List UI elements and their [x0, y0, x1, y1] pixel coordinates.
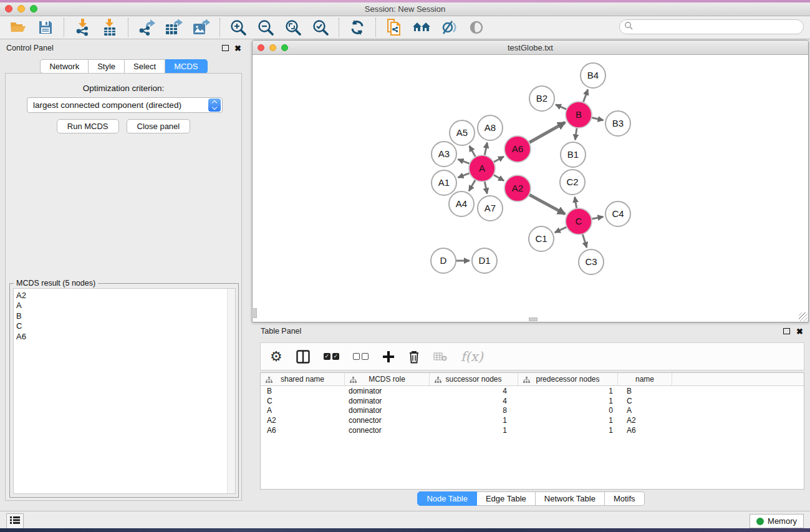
edge-C-C1[interactable] [555, 226, 567, 232]
home-button[interactable] [411, 18, 432, 37]
column-header-predecessor-nodes[interactable]: predecessor nodes [518, 373, 618, 385]
network-graph[interactable]: B4B2BB3A5A8A6A3B1AA1C2A2A4A7C4CC1C3DD1 [253, 56, 808, 322]
result-list-item[interactable]: C [14, 321, 235, 331]
tab-edge-table[interactable]: Edge Table [477, 491, 536, 506]
node-B4[interactable]: B4 [581, 63, 605, 88]
edge-A-A5[interactable] [470, 146, 476, 158]
export-table-button[interactable] [163, 18, 185, 37]
edge-C-C4[interactable] [591, 216, 604, 219]
edge-B-B4[interactable] [583, 90, 588, 104]
node-C4[interactable]: C4 [605, 201, 630, 226]
edge-A-A7[interactable] [485, 181, 487, 194]
deselect-all-checkboxes-icon[interactable] [353, 353, 369, 360]
tab-network[interactable]: Network [40, 59, 89, 74]
window-resize-grip[interactable] [799, 312, 808, 321]
optimization-criterion-dropdown[interactable]: largest connected component (directed) [27, 97, 223, 113]
network-zoom-button[interactable] [281, 44, 288, 51]
table-panel-float-icon[interactable] [783, 328, 790, 334]
network-close-button[interactable] [258, 44, 264, 51]
node-A6[interactable]: A6 [504, 136, 531, 162]
import-network-button[interactable] [72, 18, 93, 37]
node-B[interactable]: B [566, 102, 592, 128]
node-D1[interactable]: D1 [472, 248, 497, 273]
search-field[interactable] [619, 19, 804, 34]
tab-motifs[interactable]: Motifs [605, 491, 645, 506]
node-B3[interactable]: B3 [605, 111, 630, 136]
table-row[interactable]: Bdominator41B [261, 386, 804, 396]
column-header-shared-name[interactable]: shared name [261, 373, 345, 385]
table-panel-close-icon[interactable]: ✖ [796, 327, 803, 336]
hide-details-button[interactable] [438, 18, 460, 37]
edge-A-A4[interactable] [469, 179, 476, 191]
table-row[interactable]: A2connector11A2 [261, 415, 804, 425]
node-A3[interactable]: A3 [432, 142, 456, 167]
node-C[interactable]: C [566, 208, 592, 235]
node-A7[interactable]: A7 [478, 196, 503, 221]
column-header-successor-nodes[interactable]: successor nodes [430, 373, 518, 385]
node-A[interactable]: A [469, 155, 495, 181]
select-all-checkboxes-icon[interactable]: ✓✓ [324, 353, 339, 360]
node-A8[interactable]: A8 [478, 115, 503, 140]
column-layout-icon[interactable] [296, 350, 310, 364]
column-header-name[interactable]: name [618, 373, 672, 385]
tab-node-table[interactable]: Node Table [417, 491, 477, 506]
edge-B-B3[interactable] [591, 117, 604, 120]
zoom-in-button[interactable] [228, 18, 249, 37]
minimize-window-button[interactable] [17, 5, 25, 12]
zoom-out-button[interactable] [255, 18, 276, 37]
table-settings-gear-icon[interactable]: ⚙ [270, 350, 282, 364]
export-image-button[interactable] [191, 18, 212, 37]
table-row[interactable]: Cdominator41C [261, 396, 804, 406]
node-A5[interactable]: A5 [450, 120, 475, 145]
edge-C-C3[interactable] [582, 233, 587, 248]
import-table-button[interactable] [99, 18, 120, 37]
edge-A2-C[interactable] [529, 195, 565, 215]
network-horizontal-scrollbar[interactable] [529, 317, 538, 321]
control-panel-close-icon[interactable]: ✖ [234, 44, 241, 53]
run-mcds-button[interactable]: Run MCDS [57, 119, 119, 133]
network-vertical-scrollbar[interactable] [253, 308, 257, 318]
search-input[interactable] [633, 22, 803, 31]
edge-A-A1[interactable] [458, 173, 470, 177]
open-session-button[interactable] [7, 18, 29, 37]
node-B1[interactable]: B1 [561, 142, 586, 167]
column-header-MCDS-role[interactable]: MCDS role [345, 373, 430, 385]
zoom-window-button[interactable] [30, 5, 37, 12]
tab-style[interactable]: Style [89, 59, 125, 74]
result-list-item[interactable]: A [14, 301, 235, 311]
memory-button[interactable]: Memory [750, 514, 804, 528]
tab-select[interactable]: Select [125, 59, 165, 74]
node-A1[interactable]: A1 [432, 170, 456, 195]
export-network-button[interactable] [136, 18, 157, 37]
save-session-button[interactable] [35, 18, 56, 37]
edge-A-A2[interactable] [493, 175, 504, 181]
tab-mcds[interactable]: MCDS [165, 59, 207, 74]
node-B2[interactable]: B2 [529, 86, 554, 111]
add-column-icon[interactable] [382, 351, 395, 363]
edge-C-C2[interactable] [575, 197, 577, 210]
result-list-item[interactable]: A2 [14, 291, 235, 301]
edge-A-A8[interactable] [485, 143, 487, 157]
eye-button[interactable] [466, 18, 487, 37]
result-list-scrollbar[interactable] [227, 289, 235, 493]
tab-network-table[interactable]: Network Table [536, 491, 605, 506]
node-C1[interactable]: C1 [529, 226, 554, 251]
node-A4[interactable]: A4 [449, 191, 474, 216]
network-window-titlebar[interactable]: testGlobe.txt [253, 41, 808, 55]
delete-table-icon[interactable] [433, 352, 447, 362]
zoom-fit-button[interactable] [282, 18, 304, 37]
close-panel-button[interactable]: Close panel [127, 119, 191, 133]
node-D[interactable]: D [431, 248, 456, 273]
delete-column-icon[interactable] [408, 350, 420, 364]
network-minimize-button[interactable] [269, 44, 276, 51]
zoom-selected-button[interactable] [310, 18, 331, 37]
function-builder-icon[interactable]: f(x) [461, 349, 483, 364]
edge-A6-B[interactable] [528, 122, 565, 143]
edge-B-B2[interactable] [556, 105, 567, 110]
control-panel-float-icon[interactable] [222, 45, 229, 51]
refresh-button[interactable] [347, 18, 368, 37]
edge-A-A3[interactable] [458, 159, 470, 163]
edge-A-A6[interactable] [493, 157, 504, 163]
node-C3[interactable]: C3 [579, 249, 604, 274]
task-history-button[interactable] [6, 513, 24, 529]
